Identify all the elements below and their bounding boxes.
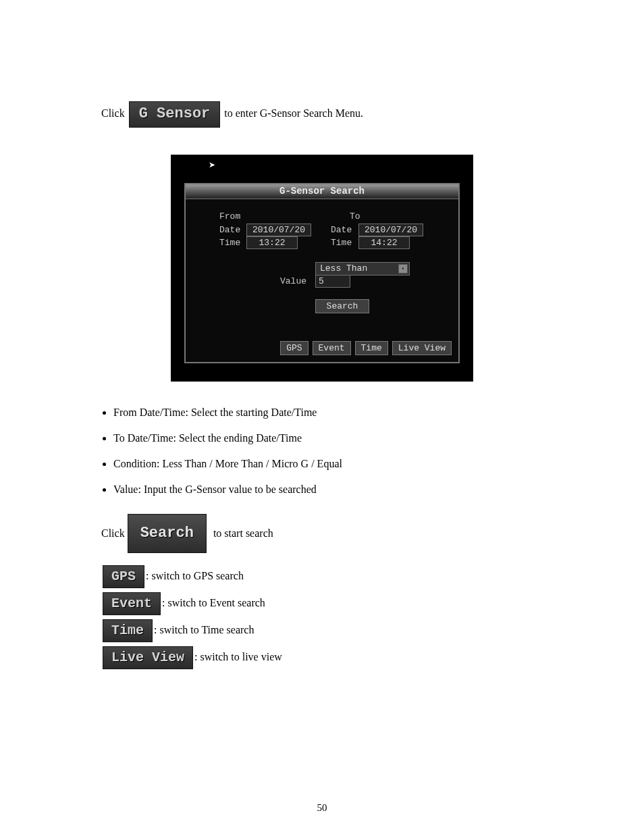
g-sensor-search-screenshot: ➤ G-Sensor Search From To Date 2010/07/2… <box>171 155 473 382</box>
search-line-before: Click <box>101 527 125 539</box>
screenshot-container: ➤ G-Sensor Search From To Date 2010/07/2… <box>101 155 543 382</box>
from-time-input[interactable]: 13:22 <box>246 236 298 249</box>
tag-event-after: : switch to Event search <box>162 597 265 608</box>
intro-line: Click G Sensor to enter G-Sensor Search … <box>101 101 543 128</box>
to-date-label: Date <box>331 225 352 235</box>
value-label: Value <box>280 276 306 286</box>
to-header-label: To <box>350 211 360 221</box>
footer-row: Event: switch to Event search <box>101 592 543 615</box>
tag-live-view: Live View <box>103 646 193 669</box>
document-page: Click G Sensor to enter G-Sensor Search … <box>0 0 644 700</box>
to-time-input[interactable]: 14:22 <box>358 236 410 249</box>
from-header-label: From <box>219 211 240 221</box>
from-date-label: Date <box>219 225 240 235</box>
list-item: Condition: Less Than / More Than / Micro… <box>113 453 543 475</box>
panel-title: G-Sensor Search <box>186 184 458 199</box>
tag-gps-after: : switch to GPS search <box>146 570 244 581</box>
condition-select-value: Less Than <box>320 263 367 273</box>
event-button[interactable]: Event <box>313 341 351 355</box>
liveview-button[interactable]: Live View <box>392 341 452 355</box>
g-sensor-search-panel: G-Sensor Search From To Date 2010/07/20 … <box>184 183 460 363</box>
list-item: From Date/Time: Select the starting Date… <box>113 402 543 423</box>
to-time-label: Time <box>331 238 352 248</box>
search-line-after: to start search <box>213 527 273 539</box>
to-date-input[interactable]: 2010/07/20 <box>358 224 423 236</box>
intro-after: to enter G-Sensor Search Menu. <box>224 107 363 119</box>
footer-row: Time: switch to Time search <box>101 619 543 642</box>
footer-tag-list: GPS: switch to GPS search Event: switch … <box>101 565 543 669</box>
list-item: To Date/Time: Select the ending Date/Tim… <box>113 427 543 449</box>
tag-live-after: : switch to live view <box>194 651 282 662</box>
intro-before: Click <box>101 107 125 119</box>
footer-row: GPS: switch to GPS search <box>101 565 543 588</box>
from-date-input[interactable]: 2010/07/20 <box>246 224 311 236</box>
tag-g-sensor: G Sensor <box>129 101 221 127</box>
tag-time: Time <box>103 619 153 642</box>
value-input[interactable]: 5 <box>315 275 350 288</box>
cursor-icon: ➤ <box>209 160 215 170</box>
time-button[interactable]: Time <box>355 341 388 355</box>
list-item: Value: Input the G-Sensor value to be se… <box>113 479 543 500</box>
gps-button[interactable]: GPS <box>280 341 308 355</box>
tag-search: Search <box>128 514 207 553</box>
tag-event: Event <box>103 592 161 615</box>
search-line: Click Search to start search <box>101 514 543 553</box>
search-button[interactable]: Search <box>315 299 369 313</box>
condition-select[interactable]: Less Than ▾ <box>315 262 410 276</box>
panel-body: From To Date 2010/07/20 Date 2010/07/20 … <box>186 201 458 362</box>
chevron-down-icon: ▾ <box>398 264 408 273</box>
bottom-button-bar: GPS Event Time Live View <box>280 341 452 355</box>
footer-row: Live View: switch to live view <box>101 646 543 669</box>
tag-gps: GPS <box>103 565 144 588</box>
from-time-label: Time <box>219 238 240 248</box>
tag-time-after: : switch to Time search <box>154 624 254 635</box>
description-list: From Date/Time: Select the starting Date… <box>101 402 543 500</box>
